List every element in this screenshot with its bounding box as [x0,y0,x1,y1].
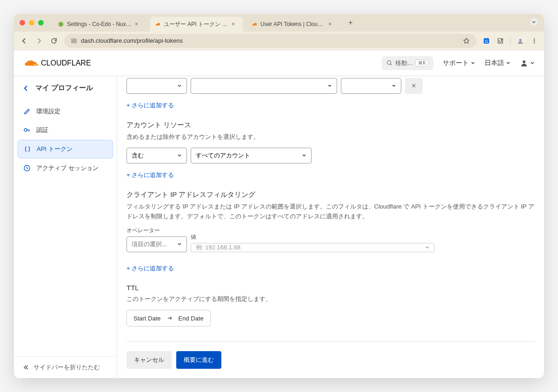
svg-text:G: G [485,39,488,44]
svg-rect-2 [72,39,73,40]
collapse-icon [22,364,29,371]
end-date-label: End Date [179,315,204,322]
account-select[interactable]: すべてのアカウント [191,148,312,163]
ip-value-input[interactable]: 例: 192.168.1.88 [191,243,435,252]
svg-rect-4 [72,41,73,43]
close-tab-icon[interactable]: × [135,21,141,27]
address-bar[interactable]: dash.cloudflare.com/profile/api-tokens [64,34,477,48]
date-range-picker[interactable]: Start Date End Date [126,310,211,327]
cloudflare-logo-icon [23,59,40,68]
ip-operator-select[interactable]: 項目の選択... [126,236,187,252]
sidebar-back-label: マイ プロフィール [35,84,93,92]
cloudflare-favicon-icon [251,21,258,27]
new-tab-button[interactable]: + [345,17,356,28]
start-date-label: Start Date [133,315,161,322]
arrow-left-icon [22,85,30,92]
language-label: 日本語 [485,59,504,67]
sidebar-item-sessions[interactable]: アクティブ セッション [18,159,113,177]
browser-tab-1[interactable]: ユーザー API トークン | Cloudfl × [150,17,243,32]
close-tab-icon[interactable]: × [328,21,335,27]
ttl-desc: このトークンをアクティブにする期間を指定します。 [126,294,535,304]
braces-icon [24,145,31,153]
browser-tab-0[interactable]: Settings - Co-Edo - NuxtHub × [53,17,146,32]
user-icon [520,59,528,67]
forward-button[interactable] [34,36,44,46]
chevron-down-icon [302,153,306,158]
extensions-menu-icon[interactable] [496,37,505,45]
svg-rect-3 [74,39,76,40]
pencil-icon [23,108,31,115]
add-permission-link[interactable]: + さらに追加する [126,101,174,110]
sidebar-item-label: 認証 [36,126,48,134]
collapse-label: サイドバーを折りたたむ [33,363,100,372]
svg-rect-1 [530,18,538,26]
remove-row-button[interactable]: × [405,78,423,94]
logo-text: CLOUDFLARE [41,59,91,67]
sidebar: マイ プロフィール 環境設定 認証 API トークン アクティブ セッション [14,76,117,378]
chevron-down-icon [506,61,511,65]
browser-tab-2[interactable]: User API Tokens | Cloudflare × [246,17,339,32]
minimize-window-icon[interactable] [29,20,34,26]
svg-rect-5 [74,41,76,43]
chevron-down-icon [392,84,396,88]
search-button[interactable]: 移動... ⌘K [382,56,433,70]
permission-level-select[interactable] [341,78,401,94]
svg-point-13 [387,61,391,65]
operator-label: オペレーター [126,227,187,235]
site-icon [58,21,64,27]
svg-point-0 [59,22,64,27]
svg-point-15 [24,129,27,131]
close-tab-icon[interactable]: × [232,21,238,27]
close-window-icon[interactable] [20,20,25,26]
svg-point-9 [519,39,521,41]
search-kbd: ⌘K [415,59,429,66]
maximize-window-icon[interactable] [38,20,44,26]
bookmark-star-icon[interactable] [463,37,470,45]
ttl-title: TTL [126,284,535,292]
site-settings-icon [71,38,77,44]
chevron-down-icon [425,245,430,250]
support-label: サポート [443,59,469,67]
permission-type-select[interactable] [126,78,187,94]
ip-filter-desc: フィルタリングする IP アドレスまたは IP アドレスの範囲を選択します。この… [126,202,535,222]
svg-point-14 [523,60,525,63]
back-button[interactable] [20,36,29,46]
account-resources-desc: 含めるまたは除外するアカウントを選択します。 [126,132,535,142]
sidebar-item-auth[interactable]: 認証 [18,121,113,139]
sidebar-back[interactable]: マイ プロフィール [14,76,117,100]
value-label: 値 [191,233,435,241]
sidebar-collapse[interactable]: サイドバーを折りたたむ [14,356,117,378]
support-menu[interactable]: サポート [443,59,475,67]
chevron-down-icon [177,153,182,158]
ip-filter-title: クライアント IP アドレスフィルタリング [126,190,535,199]
window-titlebar: Settings - Co-Edo - NuxtHub × ユーザー API ト… [14,14,544,32]
search-icon [386,60,392,66]
tab-label: User API Tokens | Cloudflare [260,21,326,27]
continue-button[interactable]: 概要に進む [176,351,221,369]
clock-icon [23,164,31,172]
permission-resource-select[interactable] [191,78,337,94]
url-text: dash.cloudflare.com/profile/api-tokens [81,37,183,44]
sidebar-item-label: アクティブ セッション [36,164,99,172]
add-ip-link[interactable]: + さらに追加する [126,264,174,273]
divider [126,341,535,342]
language-menu[interactable]: 日本語 [485,59,511,67]
sidebar-item-api-tokens[interactable]: API トークン [18,140,113,158]
sidebar-item-preferences[interactable]: 環境設定 [18,103,113,120]
chevron-down-icon [327,84,332,88]
user-menu[interactable] [520,59,535,67]
add-account-link[interactable]: + さらに追加する [126,171,174,179]
svg-point-12 [534,42,535,43]
profile-icon[interactable] [516,37,525,45]
sidebar-item-label: API トークン [37,145,73,153]
chrome-menu-icon[interactable] [530,37,538,45]
cancel-button[interactable]: キャンセル [126,351,172,369]
url-bar: dash.cloudflare.com/profile/api-tokens G [14,32,544,50]
cloudflare-logo[interactable]: CLOUDFLARE [23,59,91,68]
window-dropdown-icon[interactable] [529,17,538,28]
extension-icon[interactable]: G [482,37,491,45]
account-include-select[interactable]: 含む [126,148,187,163]
tab-label: Settings - Co-Edo - NuxtHub [67,21,132,27]
reload-button[interactable] [49,36,59,46]
chevron-down-icon [177,242,182,247]
